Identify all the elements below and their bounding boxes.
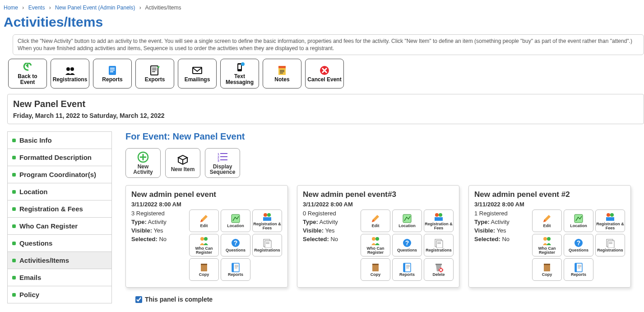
edit-button[interactable]: Edit (532, 210, 562, 232)
questions-icon (231, 238, 241, 248)
registration-fees-icon (605, 212, 615, 222)
event-date-range: Friday, March 11, 2022 to Saturday, Marc… (13, 112, 638, 119)
sidebar-item-label: Formatted Description (19, 154, 92, 161)
sidebar-item-label: Who Can Register (19, 222, 78, 230)
sidebar-item-activities-items[interactable]: Activities/Items (8, 252, 111, 269)
breadcrumb-home[interactable]: Home (4, 5, 18, 11)
registrations-button[interactable]: Registrations (51, 59, 89, 88)
card-visible: Visible: Yes (474, 227, 528, 235)
sidebar-item-policy[interactable]: Policy (8, 286, 111, 303)
phone-icon (234, 62, 245, 73)
who-can-register-button[interactable]: Who Can Register (532, 234, 562, 256)
questions-button[interactable]: Questions (221, 234, 250, 256)
location-icon (231, 214, 241, 224)
sidebar-item-label: Basic Info (19, 136, 52, 144)
reports-icon (574, 262, 584, 272)
delete-button[interactable]: Delete (424, 258, 454, 281)
location-label: Location (227, 224, 244, 228)
new-item-button[interactable]: New Item (165, 148, 200, 178)
registrations-button[interactable]: Registrations (424, 234, 454, 256)
display-sequence-button[interactable]: Display Sequence (205, 148, 240, 178)
registration-fees-button[interactable]: Registration & Fees (252, 210, 282, 232)
back-label: Back to Event (10, 74, 45, 85)
location-button[interactable]: Location (221, 210, 250, 232)
new-activity-button[interactable]: New Activity (125, 148, 161, 178)
registration-fees-label: Registration & Fees (425, 222, 453, 230)
location-icon (402, 214, 412, 224)
edit-button[interactable]: Edit (361, 210, 390, 232)
chevron-right-icon: › (22, 5, 24, 11)
who-can-register-label: Who Can Register (190, 247, 218, 255)
back-to-event-button[interactable]: Back to Event (8, 59, 47, 88)
location-label: Location (570, 224, 587, 228)
status-dot-icon (12, 139, 16, 142)
registration-fees-button[interactable]: Registration & Fees (595, 210, 625, 232)
edit-button[interactable]: Edit (189, 210, 219, 232)
card-registered: 3 Registered (131, 210, 185, 218)
questions-button[interactable]: Questions (392, 234, 422, 256)
breadcrumb: Home › Events › New Panel Event (Admin P… (4, 4, 644, 13)
panel-complete-label[interactable]: This panel is complete (145, 296, 213, 303)
panel-complete-checkbox[interactable] (135, 296, 142, 303)
cancel-event-label: Cancel Event (307, 77, 341, 83)
info-box: Click the "New Activity" button to add a… (13, 34, 644, 55)
exports-button[interactable]: Exports (135, 59, 174, 88)
sidebar-item-questions[interactable]: Questions (8, 235, 111, 252)
edit-label: Edit (372, 224, 380, 228)
reports-button[interactable]: Reports (564, 258, 593, 281)
cancel-event-button[interactable]: Cancel Event (305, 59, 344, 88)
emailings-button[interactable]: Emailings (178, 59, 217, 88)
card-registered: 1 Registered (474, 210, 528, 218)
copy-button[interactable]: Copy (189, 258, 219, 281)
sidebar-item-basic-info[interactable]: Basic Info (8, 132, 111, 149)
who-can-register-button[interactable]: Who Can Register (189, 234, 219, 256)
copy-button[interactable]: Copy (532, 258, 562, 281)
edit-label: Edit (200, 224, 208, 228)
reports-button[interactable]: Reports (392, 258, 422, 281)
breadcrumb-events[interactable]: Events (28, 5, 45, 11)
box-icon (177, 154, 189, 166)
questions-icon (402, 238, 412, 248)
status-dot-icon (12, 224, 16, 228)
copy-button[interactable]: Copy (361, 258, 390, 281)
sidebar-item-formatted-description[interactable]: Formatted Description (8, 149, 111, 166)
activity-card: New admin penel event #2 3/11/2022 8:00 … (468, 185, 631, 288)
registrations-label: Registrations (426, 248, 452, 252)
registrations-button[interactable]: Registrations (595, 234, 625, 256)
questions-label: Questions (226, 248, 246, 252)
registration-fees-button[interactable]: Registration & Fees (424, 210, 454, 232)
edit-icon (542, 214, 552, 224)
notes-button[interactable]: Notes (263, 59, 301, 88)
new-activity-label: New Activity (128, 164, 158, 175)
sidebar-item-registration-fees[interactable]: Registration & Fees (8, 200, 111, 218)
who-can-register-button[interactable]: Who Can Register (361, 234, 390, 256)
status-dot-icon (12, 173, 16, 177)
reports-button[interactable]: Reports (221, 258, 250, 281)
sidebar-item-who-can-register[interactable]: Who Can Register (8, 218, 111, 235)
sidebar-item-location[interactable]: Location (8, 183, 111, 200)
activity-cards: New admin penel event 3/11/2022 8:00 AM … (125, 185, 644, 288)
registrations-button[interactable]: Registrations (252, 234, 282, 256)
emailings-label: Emailings (185, 77, 210, 83)
sidebar-item-label: Program Coordinator(s) (19, 171, 96, 178)
reports-label: Reports (399, 273, 415, 277)
sidebar-item-emails[interactable]: Emails (8, 269, 111, 286)
breadcrumb-event-link[interactable]: New Panel Event (Admin Panels) (55, 5, 135, 11)
card-type: Type: Activity (303, 218, 356, 227)
location-button[interactable]: Location (564, 210, 593, 232)
text-messaging-button[interactable]: Text Messaging (220, 59, 259, 88)
reports-button[interactable]: Reports (93, 59, 132, 88)
edit-icon (199, 214, 209, 224)
sidebar-item-program-coordinator-s-[interactable]: Program Coordinator(s) (8, 166, 111, 183)
location-button[interactable]: Location (392, 210, 422, 232)
questions-button[interactable]: Questions (564, 234, 593, 256)
card-meta: 1 Registered Type: Activity Visible: Yes… (474, 210, 528, 281)
card-date: 3/11/2022 8:00 AM (131, 201, 282, 208)
notes-icon (277, 65, 287, 76)
edit-icon (371, 214, 380, 224)
card-type: Type: Activity (131, 218, 185, 227)
card-visible: Visible: Yes (303, 227, 356, 235)
who-can-register-label: Who Can Register (533, 247, 561, 255)
sidebar-item-label: Questions (19, 239, 52, 247)
copy-icon (542, 262, 552, 272)
